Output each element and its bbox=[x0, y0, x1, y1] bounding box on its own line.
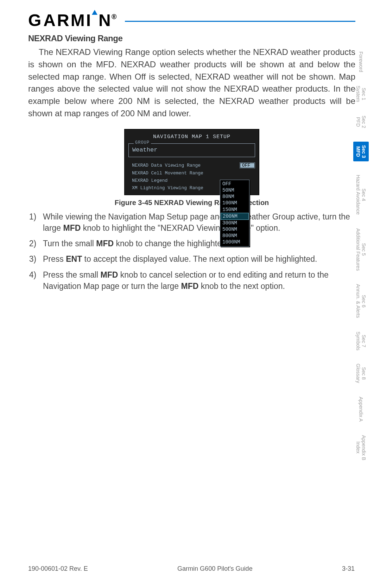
footer-center: Garmin G600 Pilot's Guide bbox=[177, 565, 253, 572]
lcd-group-label: GROUP bbox=[134, 140, 151, 145]
dropdown-item: 500NM bbox=[220, 226, 249, 233]
lcd-group-value: Weather bbox=[132, 147, 251, 153]
steps-list: While viewing the Navigation Map Setup p… bbox=[28, 211, 355, 292]
step-item: Turn the small MFD knob to change the hi… bbox=[41, 238, 355, 249]
tab-foreword[interactable]: Foreword bbox=[358, 51, 364, 72]
dropdown-item: 150NM bbox=[220, 206, 249, 213]
side-tabs: Foreword Sec 1System Sec 2PFD Sec 3MFD S… bbox=[355, 51, 367, 460]
tab-sec5-features[interactable]: Sec 5Additional Features bbox=[355, 228, 367, 271]
dropdown-item: 300NM bbox=[220, 220, 249, 226]
lcd-group-box: GROUP Weather bbox=[128, 143, 255, 157]
lcd-option-label: NEXRAD Data Viewing Range bbox=[132, 163, 233, 168]
figure-caption: Figure 3-45 NEXRAD Viewing Range Selecti… bbox=[28, 199, 355, 207]
dropdown-item: 80NM bbox=[220, 193, 249, 200]
tab-appendix-a[interactable]: Appendix A bbox=[358, 397, 364, 422]
dropdown-item-selected: 200NM bbox=[221, 213, 249, 220]
section-title: NEXRAD Viewing Range bbox=[28, 33, 355, 43]
figure: NAVIGATION MAP 1 SETUP GROUP Weather NEX… bbox=[28, 129, 355, 207]
tab-sec3-mfd[interactable]: Sec 3MFD bbox=[353, 142, 369, 162]
tab-sec8-glossary[interactable]: Sec 8Glossary bbox=[355, 364, 367, 383]
dropdown-item: 100NM bbox=[220, 200, 249, 206]
lcd-option-row: NEXRAD Data Viewing Range OFF bbox=[132, 161, 255, 169]
tab-sec6-annun[interactable]: Sec 6Annun. & Alerts bbox=[355, 284, 367, 318]
lcd-option-label: NEXRAD Cell Movement Range bbox=[132, 171, 255, 176]
dropdown-item: OFF bbox=[220, 181, 249, 187]
footer-right: 3-31 bbox=[342, 565, 355, 572]
lcd-option-row: NEXRAD Cell Movement Range bbox=[132, 169, 255, 177]
dropdown-item: 1000NM bbox=[220, 239, 249, 245]
header-rule bbox=[125, 21, 355, 22]
logo-triangle-icon bbox=[92, 10, 97, 15]
lcd-option-value-highlighted: OFF bbox=[240, 162, 255, 168]
dropdown-item: 800NM bbox=[220, 233, 249, 239]
tab-sec4-hazard[interactable]: Sec 4Hazard Avoidance bbox=[355, 175, 367, 215]
lcd-screenshot: NAVIGATION MAP 1 SETUP GROUP Weather NEX… bbox=[124, 129, 259, 195]
tab-sec1-system[interactable]: Sec 1System bbox=[355, 86, 367, 102]
step-item: Press the small MFD knob to cancel selec… bbox=[41, 269, 355, 292]
intro-paragraph: The NEXRAD Viewing Range option selects … bbox=[28, 46, 355, 120]
tab-sec2-pfd[interactable]: Sec 2PFD bbox=[355, 116, 367, 128]
garmin-logo: GARMIN® bbox=[28, 11, 120, 30]
step-item: Press ENT to accept the displayed value.… bbox=[41, 253, 355, 265]
lcd-dropdown: OFF 50NM 80NM 100NM 150NM 200NM 300NM 50… bbox=[220, 180, 249, 247]
footer-left: 190-00601-02 Rev. E bbox=[28, 565, 88, 572]
header: GARMIN® bbox=[28, 11, 355, 30]
page-footer: 190-00601-02 Rev. E Garmin G600 Pilot's … bbox=[28, 565, 355, 572]
tab-appendix-b[interactable]: Appendix BIndex bbox=[355, 435, 367, 460]
tab-sec7-symbols[interactable]: Sec 7Symbols bbox=[355, 332, 367, 351]
step-item: While viewing the Navigation Map Setup p… bbox=[41, 211, 355, 234]
dropdown-item: 50NM bbox=[220, 187, 249, 193]
intro-text: The NEXRAD Viewing Range option selects … bbox=[28, 47, 355, 118]
